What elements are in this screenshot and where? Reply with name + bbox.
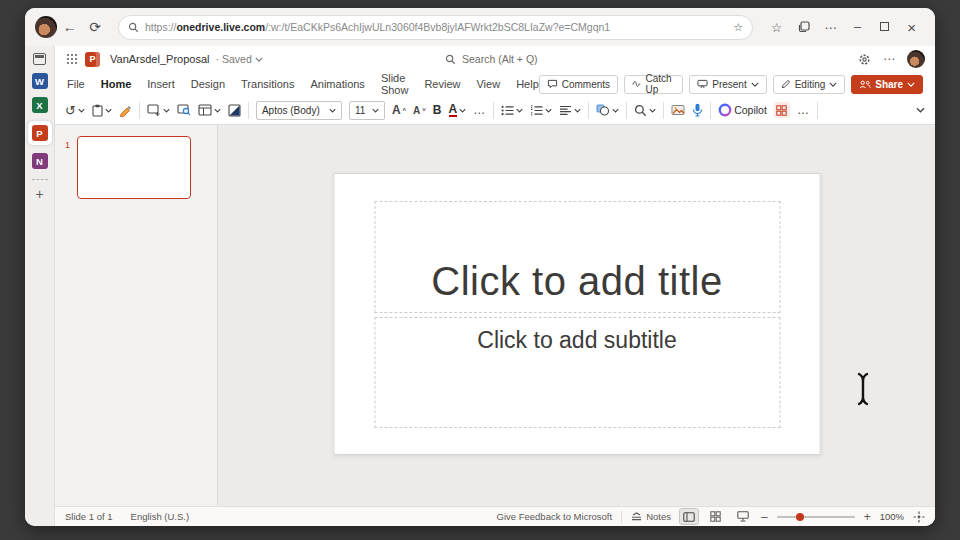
powerpoint-logo[interactable]: P bbox=[85, 52, 100, 67]
new-slide-button[interactable] bbox=[147, 104, 170, 116]
subtitle-placeholder[interactable]: Click to add subtitle bbox=[374, 317, 780, 428]
onenote-icon[interactable]: N bbox=[32, 153, 48, 169]
search-icon bbox=[634, 104, 647, 117]
undo-button[interactable]: ↺ bbox=[65, 103, 85, 118]
search-icon bbox=[128, 22, 139, 33]
more-font-options-button[interactable]: … bbox=[473, 103, 486, 117]
notes-toggle[interactable]: Notes bbox=[631, 511, 671, 522]
grid-view-icon bbox=[710, 511, 721, 522]
powerpoint-app: P VanArsdel_Proposal · Saved Search (Alt… bbox=[55, 46, 935, 526]
browser-back-button[interactable]: ← bbox=[57, 19, 82, 35]
layout-icon bbox=[198, 104, 212, 116]
menu-slideshow[interactable]: Slide Show bbox=[381, 72, 409, 96]
bullets-button[interactable] bbox=[501, 105, 523, 116]
minimize-button[interactable]: – bbox=[844, 20, 871, 34]
fit-to-window-icon[interactable] bbox=[913, 511, 925, 523]
grow-font-button[interactable]: A˄ bbox=[392, 103, 406, 117]
menu-design[interactable]: Design bbox=[191, 78, 225, 90]
address-bar[interactable]: https://onedrive.live.com/:w:/t/EaCKkPs6… bbox=[118, 15, 753, 40]
chevron-down-icon bbox=[574, 108, 581, 113]
designer-icon bbox=[228, 104, 241, 117]
menu-animations[interactable]: Animations bbox=[310, 78, 364, 90]
menu-insert[interactable]: Insert bbox=[147, 78, 175, 90]
microphone-icon bbox=[692, 103, 703, 117]
chevron-down-icon bbox=[163, 108, 170, 113]
chevron-down-icon bbox=[907, 82, 915, 87]
close-button[interactable]: × bbox=[898, 19, 925, 36]
slide-canvas[interactable]: Click to add title Click to add subtitle bbox=[333, 173, 820, 455]
menu-home[interactable]: Home bbox=[101, 78, 132, 90]
document-title[interactable]: VanArsdel_Proposal bbox=[110, 53, 209, 65]
search-label: Search (Alt + Q) bbox=[462, 53, 538, 65]
save-status[interactable]: · Saved bbox=[215, 53, 262, 65]
dictate-button[interactable] bbox=[692, 103, 703, 117]
word-icon[interactable]: W bbox=[32, 73, 48, 89]
align-button[interactable] bbox=[559, 105, 581, 116]
menu-transitions[interactable]: Transitions bbox=[241, 78, 294, 90]
zoom-in-button[interactable]: + bbox=[864, 510, 871, 524]
clipboard-icon bbox=[92, 104, 103, 117]
sidebar-window-icon[interactable] bbox=[33, 53, 46, 65]
slide-thumbnail[interactable] bbox=[77, 136, 191, 199]
slide-sorter-view-button[interactable] bbox=[707, 509, 725, 524]
powerpoint-icon[interactable]: P bbox=[32, 125, 48, 141]
present-button[interactable]: Present bbox=[689, 75, 766, 94]
editing-mode-button[interactable]: Editing bbox=[773, 75, 846, 94]
language-setting[interactable]: English (U.S.) bbox=[131, 511, 190, 522]
menu-review[interactable]: Review bbox=[424, 78, 460, 90]
chevron-down-icon bbox=[649, 108, 656, 113]
bold-button[interactable]: B bbox=[433, 103, 442, 117]
menu-view[interactable]: View bbox=[476, 78, 500, 90]
find-button[interactable] bbox=[634, 104, 656, 117]
collapse-ribbon-button[interactable] bbox=[916, 107, 925, 113]
numbering-button[interactable] bbox=[530, 105, 552, 116]
browser-window: ← ⟳ https://onedrive.live.com/:w:/t/EaCK… bbox=[25, 8, 935, 526]
format-painter-button[interactable] bbox=[119, 104, 132, 117]
excel-icon[interactable]: X bbox=[32, 97, 48, 113]
ribbon-more-button[interactable]: … bbox=[797, 103, 810, 117]
shrink-font-button[interactable]: A˅ bbox=[413, 105, 426, 116]
collections-icon[interactable] bbox=[790, 21, 817, 33]
slide-indicator: Slide 1 of 1 bbox=[65, 511, 113, 522]
chevron-down-icon bbox=[329, 108, 336, 113]
title-placeholder[interactable]: Click to add title bbox=[374, 201, 780, 313]
search-box[interactable]: Search (Alt + Q) bbox=[445, 53, 538, 65]
slideshow-view-button[interactable] bbox=[734, 509, 752, 524]
zoom-slider-handle[interactable] bbox=[796, 513, 804, 521]
browser-menu-icon[interactable]: ⋯ bbox=[817, 20, 844, 35]
sidebar-add-icon[interactable]: + bbox=[35, 188, 43, 200]
feedback-link[interactable]: Give Feedback to Microsoft bbox=[497, 511, 613, 522]
font-size-select[interactable]: 11 bbox=[349, 101, 385, 120]
maximize-button[interactable] bbox=[871, 20, 898, 34]
font-name-select[interactable]: Aptos (Body) bbox=[256, 101, 342, 120]
comments-button[interactable]: Comments bbox=[539, 75, 618, 94]
catch-up-button[interactable]: Catch Up bbox=[624, 75, 683, 94]
browser-refresh-button[interactable]: ⟳ bbox=[82, 19, 107, 35]
menu-bar: File Home Insert Design Transitions Anim… bbox=[55, 72, 935, 96]
zoom-level[interactable]: 100% bbox=[880, 511, 904, 522]
designer-pane-button[interactable] bbox=[774, 102, 790, 118]
layout-button[interactable] bbox=[198, 104, 221, 116]
favorites-icon[interactable]: ☆ bbox=[763, 20, 790, 35]
zoom-slider[interactable] bbox=[777, 516, 855, 518]
bullet-list-icon bbox=[501, 105, 514, 116]
menu-help[interactable]: Help bbox=[516, 78, 539, 90]
account-avatar[interactable] bbox=[907, 50, 925, 68]
reuse-slides-button[interactable] bbox=[177, 104, 191, 116]
settings-gear-icon[interactable] bbox=[858, 53, 871, 66]
header-more-icon[interactable]: ⋯ bbox=[883, 52, 895, 66]
share-button[interactable]: Share bbox=[851, 75, 923, 94]
favorite-star-icon[interactable]: ☆ bbox=[733, 21, 743, 34]
zoom-out-button[interactable]: – bbox=[761, 510, 768, 524]
shapes-button[interactable] bbox=[596, 104, 619, 116]
paste-button[interactable] bbox=[92, 104, 112, 117]
insert-picture-button[interactable] bbox=[671, 104, 685, 116]
menu-file[interactable]: File bbox=[67, 78, 85, 90]
app-launcher-icon[interactable] bbox=[67, 54, 77, 64]
copilot-button[interactable]: Copilot bbox=[718, 103, 767, 117]
numbered-list-icon bbox=[530, 105, 543, 116]
designer-button[interactable] bbox=[228, 104, 241, 117]
font-color-button[interactable]: A bbox=[449, 103, 467, 117]
browser-profile-avatar[interactable] bbox=[35, 16, 57, 38]
normal-view-button[interactable] bbox=[680, 509, 698, 524]
